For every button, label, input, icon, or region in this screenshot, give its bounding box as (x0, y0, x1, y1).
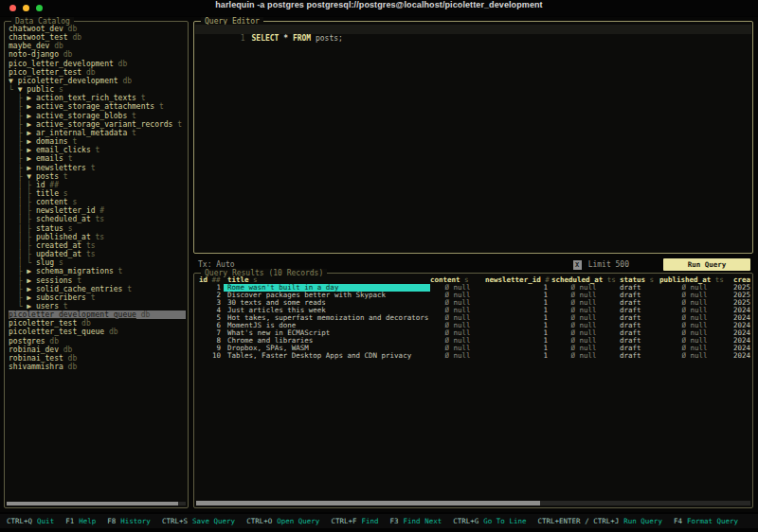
table-cell-newsletter_id[interactable]: 1 (485, 292, 551, 299)
table-cell-scheduled_at[interactable]: Ø null (551, 337, 616, 345)
catalog-tree-item[interactable]: postgres db (9, 337, 186, 346)
table-cell-scheduled_at[interactable]: Ø null (551, 299, 616, 307)
table-cell-scheduled_at[interactable]: Ø null (551, 314, 616, 322)
catalog-tree-item[interactable]: │ └ slug s (9, 258, 186, 267)
keybinding-go-to-line[interactable]: CTRL+GGo To Line (453, 517, 537, 525)
close-button[interactable] (9, 5, 16, 11)
catalog-tree-item[interactable]: pico_letter_test db (9, 68, 186, 77)
table-cell-content[interactable]: Ø null (430, 345, 485, 352)
table-cell-id[interactable]: 3 (195, 299, 224, 307)
column-header[interactable]: status s (616, 276, 659, 284)
catalog-tree-item[interactable]: robinai_dev db (9, 346, 186, 354)
table-cell-published_at[interactable]: Ø null (659, 284, 730, 292)
table-cell-published_at[interactable]: Ø null (659, 345, 730, 352)
limit-label[interactable]: Limit 500 (588, 260, 629, 269)
catalog-tree-item[interactable]: │ ├ content s (9, 198, 186, 206)
table-cell-created[interactable]: 2024 (730, 314, 750, 322)
table-cell-newsletter_id[interactable]: 1 (485, 345, 551, 352)
table-cell-content[interactable]: Ø null (430, 299, 485, 307)
catalog-tree-item[interactable]: │ ├ published_at ts (9, 233, 186, 241)
table-cell-content[interactable]: Ø null (430, 322, 485, 329)
catalog-tree-item[interactable]: │ ├ title s (9, 189, 186, 198)
table-cell-status[interactable]: draft (616, 292, 659, 299)
keybinding-find-next[interactable]: F3Find Next (390, 517, 454, 525)
table-cell-newsletter_id[interactable]: 1 (485, 337, 551, 345)
catalog-tree-item[interactable]: └ ▶ users t (9, 302, 186, 310)
table-cell-created[interactable]: 2024 (730, 352, 750, 360)
table-cell-scheduled_at[interactable]: Ø null (551, 352, 616, 360)
transaction-mode-toggle[interactable]: Tx: Auto (198, 260, 235, 269)
catalog-tree-item[interactable]: ├ ▶ sessions t (9, 276, 186, 285)
table-cell-id[interactable]: 6 (195, 322, 224, 329)
catalog-tree-item[interactable]: ├ ▶ email_clicks t (9, 146, 186, 154)
table-cell-newsletter_id[interactable]: 1 (485, 329, 551, 337)
table-cell-content[interactable]: Ø null (430, 314, 485, 322)
catalog-tree-item[interactable]: ├ ▶ ar_internal_metadata t (9, 129, 186, 137)
column-header[interactable]: published_at ts (659, 276, 730, 284)
results-scrollbar[interactable] (196, 501, 750, 505)
column-header[interactable]: id ## (195, 276, 224, 284)
table-cell-created[interactable]: 2024 (730, 329, 750, 337)
editor-current-line[interactable]: 1SELECT * FROM posts; (195, 25, 751, 34)
table-cell-newsletter_id[interactable]: 1 (485, 307, 551, 314)
catalog-tree-item[interactable]: │ ├ scheduled_at ts (9, 215, 186, 223)
table-cell-published_at[interactable]: Ø null (659, 314, 730, 322)
table-cell-published_at[interactable]: Ø null (659, 352, 730, 360)
catalog-tree-item[interactable]: ├ ▶ solid_cache_entries t (9, 285, 186, 293)
results-scrollbar-thumb[interactable] (196, 501, 540, 505)
table-cell-title[interactable]: Discover packages better with Skypack (224, 292, 430, 299)
catalog-tree-item[interactable]: │ ├ updated_at ts (9, 250, 186, 258)
results-table[interactable]: id ##title scontent snewsletter_id #sche… (195, 276, 751, 499)
catalog-tree-item[interactable]: picoletter_development_queue db (9, 310, 186, 319)
table-cell-newsletter_id[interactable]: 1 (485, 299, 551, 307)
catalog-tree-item[interactable]: noto-django db (9, 50, 186, 59)
catalog-tree-item[interactable]: ├ ▶ emails t (9, 154, 186, 163)
catalog-tree-item[interactable]: picoletter_test_queue db (9, 328, 186, 336)
table-cell-published_at[interactable]: Ø null (659, 322, 730, 329)
zoom-button[interactable] (36, 5, 43, 11)
table-cell-created[interactable]: 2024 (730, 345, 750, 352)
table-cell-created[interactable]: 2025 (730, 292, 750, 299)
catalog-tree-item[interactable]: │ ├ status s (9, 224, 186, 233)
table-cell-scheduled_at[interactable]: Ø null (551, 322, 616, 329)
table-cell-scheduled_at[interactable]: Ø null (551, 329, 616, 337)
table-cell-content[interactable]: Ø null (430, 292, 485, 299)
table-cell-title[interactable]: What's new in ECMAScript (224, 329, 430, 337)
table-cell-published_at[interactable]: Ø null (659, 292, 730, 299)
catalog-tree-item[interactable]: pico_letter_development db (9, 60, 186, 68)
column-header[interactable]: scheduled_at ts (551, 276, 616, 284)
table-cell-scheduled_at[interactable]: Ø null (551, 292, 616, 299)
limit-checkbox[interactable]: X (573, 260, 582, 270)
table-cell-status[interactable]: draft (616, 314, 659, 322)
catalog-tree[interactable]: chatwoot_dev dbchatwoot_test dbmaybe_dev… (9, 25, 186, 500)
table-cell-status[interactable]: draft (616, 337, 659, 345)
table-cell-content[interactable]: Ø null (430, 352, 485, 360)
table-cell-content[interactable]: Ø null (430, 284, 485, 292)
table-cell-content[interactable]: Ø null (430, 307, 485, 314)
table-cell-newsletter_id[interactable]: 1 (485, 284, 551, 292)
table-cell-title[interactable]: Dropbox, SPAs, WASM (224, 345, 430, 352)
table-cell-id[interactable]: 5 (195, 314, 224, 322)
column-header[interactable]: newsletter_id # (485, 276, 551, 284)
keybinding-open-query[interactable]: CTRL+OOpen Query (246, 517, 331, 525)
table-cell-title[interactable]: Tables, Faster Desktop Apps and CDN priv… (224, 352, 430, 360)
catalog-tree-item[interactable]: ├ ▶ active_storage_attachments t (9, 102, 186, 111)
keybinding-run-query[interactable]: CTRL+ENTER / CTRL+JRun Query (537, 517, 673, 525)
column-header[interactable]: content s (430, 276, 485, 284)
table-cell-created[interactable]: 2025 (730, 299, 750, 307)
catalog-scrollbar-thumb[interactable] (7, 502, 178, 505)
keybinding-find[interactable]: CTRL+FFind (331, 517, 389, 525)
table-cell-title[interactable]: Chrome and libraries (224, 337, 430, 345)
table-cell-status[interactable]: draft (616, 299, 659, 307)
table-cell-id[interactable]: 2 (195, 292, 224, 299)
table-cell-id[interactable]: 10 (195, 352, 224, 360)
table-cell-published_at[interactable]: Ø null (659, 329, 730, 337)
table-cell-newsletter_id[interactable]: 1 (485, 314, 551, 322)
catalog-tree-item[interactable]: maybe_dev db (9, 42, 186, 50)
table-cell-title[interactable]: 30 texts and some reads (224, 299, 430, 307)
table-cell-status[interactable]: draft (616, 352, 659, 360)
catalog-tree-item[interactable]: │ ├ id ## (9, 181, 186, 189)
catalog-tree-item[interactable]: ├ ▶ active_storage_variant_records t (9, 120, 186, 129)
table-cell-scheduled_at[interactable]: Ø null (551, 307, 616, 314)
table-cell-title[interactable]: Rome wasn't built in a day (224, 284, 430, 292)
